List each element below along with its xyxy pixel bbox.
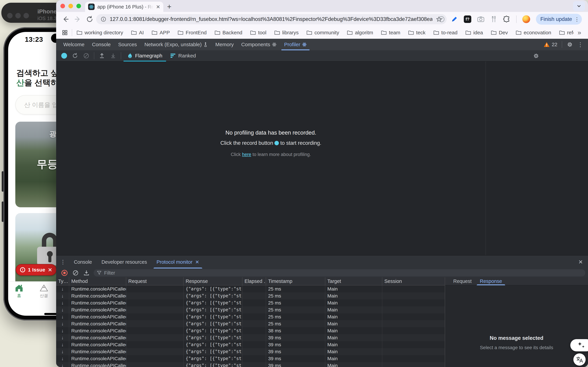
clear-icon[interactable] — [72, 270, 79, 276]
tab-components[interactable]: Components — [238, 39, 280, 50]
bookmark-folder[interactable]: tool — [250, 30, 266, 35]
table-row[interactable]: ↓ Runtime.consoleAPICalled {"args": [{"t… — [56, 306, 445, 313]
table-row[interactable]: ↓ Runtime.consoleAPICalled {"args": [{"t… — [56, 313, 445, 320]
learn-more-link[interactable]: here — [242, 152, 251, 157]
bookmark-folder[interactable]: FrontEnd — [178, 30, 207, 35]
apps-grid-icon[interactable] — [61, 29, 68, 36]
flamegraph-tab[interactable]: Flamegraph — [123, 50, 166, 61]
close-icon[interactable]: ✕ — [48, 267, 52, 273]
kebab-icon[interactable]: ⋮ — [574, 16, 579, 22]
drawer-close-icon[interactable]: ✕ — [578, 259, 588, 265]
bookmark-folder[interactable]: teck — [408, 30, 425, 35]
window-control-dot[interactable] — [24, 13, 29, 18]
ranked-tab[interactable]: Ranked — [166, 50, 200, 61]
drawer-tab-developer-resources[interactable]: Developer resources — [97, 255, 152, 269]
bookmark-folder[interactable]: team — [381, 30, 400, 35]
bookmark-folder[interactable]: working directory — [77, 30, 123, 35]
tab-sources[interactable]: Sources — [114, 39, 141, 50]
reload-icon[interactable] — [86, 16, 93, 23]
bookmark-folder[interactable]: algoritm — [347, 30, 373, 35]
table-row[interactable]: ↓ Runtime.consoleAPICalled {"args": [{"t… — [56, 327, 445, 334]
tab-search-chevron-button[interactable] — [573, 1, 585, 11]
bookmarks-overflow-chevron[interactable]: » — [573, 29, 588, 36]
table-row[interactable]: ↓ Runtime.consoleAPICalled {"args": [{"t… — [56, 334, 445, 341]
blue-pen-extension-icon[interactable] — [451, 16, 458, 23]
table-row[interactable]: ↓ Runtime.consoleAPICalled {"args": [{"t… — [56, 292, 445, 299]
detail-tab-response[interactable]: Response — [476, 277, 506, 285]
bookmark-folder[interactable]: Backend — [215, 30, 242, 35]
new-tab-button[interactable]: + — [167, 2, 172, 11]
bookmark-folder[interactable]: Dev — [491, 30, 508, 35]
finish-update-button[interactable]: Finish update ⋮ — [536, 14, 582, 25]
table-row[interactable]: ↓ Runtime.consoleAPICalled {"args": [{"t… — [56, 348, 445, 355]
bookmark-folder[interactable]: AI — [131, 30, 144, 35]
col-request[interactable]: Request — [126, 277, 184, 285]
table-row[interactable]: ↓ Runtime.consoleAPICalled {"args": [{"t… — [56, 362, 445, 367]
fn-extension-icon[interactable]: f? — [464, 16, 471, 23]
filter-box[interactable] — [94, 269, 585, 276]
bookmark-folder[interactable]: APP — [152, 30, 170, 35]
drawer-tab-protocol-monitor[interactable]: Protocol monitor ✕ — [152, 255, 204, 269]
table-row[interactable]: ↓ Runtime.consoleAPICalled {"args": [{"t… — [56, 320, 445, 327]
pen-circle-icon[interactable] — [438, 16, 445, 23]
upload-profile-icon[interactable] — [99, 52, 105, 59]
download-profile-icon[interactable] — [110, 52, 116, 59]
stop-recording-icon[interactable] — [61, 269, 68, 276]
address-bar[interactable]: 127.0.0.1:8081/debugger-frontend/rn_fuse… — [96, 14, 447, 24]
macos-minimize-button[interactable] — [68, 4, 73, 8]
tab-close-icon[interactable]: ✕ — [156, 4, 160, 10]
ai-assist-button[interactable] — [570, 339, 588, 351]
extensions-puzzle-icon[interactable] — [503, 16, 510, 23]
col-session[interactable]: Session — [382, 277, 445, 285]
table-row[interactable]: ↓ Runtime.consoleAPICalled {"args": [{"t… — [56, 355, 445, 362]
drawer-menu-kebab-icon[interactable]: ⋮ — [56, 259, 69, 265]
filter-input[interactable] — [104, 270, 582, 276]
bookmark-folder[interactable]: to-read — [433, 30, 458, 35]
col-target[interactable]: Target — [325, 277, 382, 285]
bookmark-folder[interactable]: econovation — [516, 30, 551, 35]
browser-tab[interactable]: app (iPhone 16 Plus) - React ✕ — [85, 2, 163, 12]
bookmark-folder[interactable]: community — [306, 30, 339, 35]
profiler-settings-gear-icon[interactable] — [533, 53, 539, 59]
col-response[interactable]: Response — [184, 277, 242, 285]
tab-memory[interactable]: Memory — [211, 39, 237, 50]
detail-tab-request[interactable]: Request — [449, 277, 476, 285]
profile-avatar[interactable] — [522, 15, 530, 23]
macos-zoom-button[interactable] — [76, 4, 81, 8]
window-control-dot[interactable] — [15, 13, 21, 18]
bookmark-folder[interactable]: librarys — [274, 30, 299, 35]
utensils-extension-icon[interactable] — [490, 16, 497, 23]
close-tab-icon[interactable]: ✕ — [195, 259, 199, 265]
col-method[interactable]: Method — [69, 277, 126, 285]
devtools-menu-kebab-icon[interactable]: ⋮ — [578, 41, 583, 48]
record-button[interactable] — [61, 53, 67, 58]
translate-button[interactable] — [573, 353, 586, 366]
drawer-tab-console[interactable]: Console — [69, 255, 97, 269]
bookmark-folder[interactable]: idea — [465, 30, 483, 35]
bookmark-folder[interactable]: reference — [559, 30, 573, 35]
tab-console[interactable]: Console — [88, 39, 114, 50]
table-row[interactable]: ↓ Runtime.consoleAPICalled {"args": [{"t… — [56, 341, 445, 348]
window-control-dot[interactable] — [7, 13, 13, 18]
tab-trail[interactable]: 산결 — [34, 284, 54, 298]
col-timestamp[interactable]: Timestamp — [266, 277, 325, 285]
settings-gear-icon[interactable] — [567, 41, 573, 48]
tab-home[interactable]: 홈 — [9, 284, 29, 298]
tab-network[interactable]: Network (Expo, unstable) — [141, 39, 212, 50]
tab-profiler[interactable]: Profiler — [280, 39, 311, 50]
col-elapsed[interactable]: Elapsed … — [242, 277, 266, 285]
camera-extension-icon[interactable] — [477, 16, 484, 23]
forward-icon[interactable] — [74, 16, 81, 23]
back-icon[interactable] — [62, 16, 69, 23]
site-info-icon[interactable] — [101, 16, 106, 22]
table-row[interactable]: ↓ Runtime.consoleAPICalled {"args": [{"t… — [56, 299, 445, 306]
macos-close-button[interactable] — [61, 4, 65, 8]
col-type[interactable]: Ty… — [56, 277, 69, 285]
save-icon[interactable] — [83, 270, 90, 276]
issue-badge[interactable]: ! 1 Issue ✕ — [16, 264, 57, 275]
clear-icon[interactable] — [83, 52, 89, 59]
tab-welcome[interactable]: Welcome — [60, 39, 88, 50]
table-row[interactable]: ↓ Runtime.consoleAPICalled {"args": [{"t… — [56, 285, 445, 292]
warnings-badge[interactable]: 22 — [544, 42, 557, 47]
reload-profile-icon[interactable] — [72, 52, 78, 59]
